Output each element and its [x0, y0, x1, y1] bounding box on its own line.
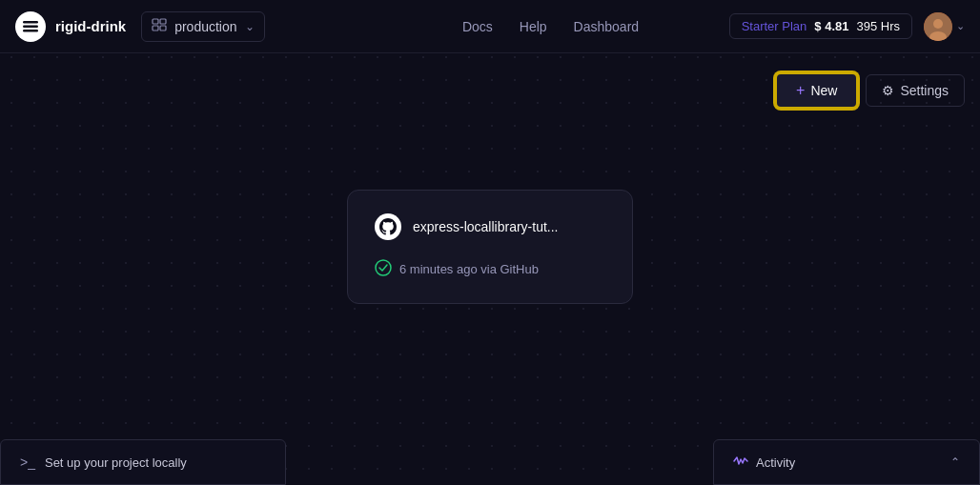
activity-panel[interactable]: Activity ⌃ [713, 439, 980, 485]
plan-price: $ 4.81 [814, 19, 848, 33]
header-right: Starter Plan $ 4.81 395 Hrs ⌄ [729, 12, 965, 41]
avatar-chevron-icon: ⌄ [956, 20, 965, 32]
logo-text: rigid-drink [55, 18, 126, 34]
plus-icon: + [796, 82, 805, 99]
avatar-container[interactable]: ⌄ [924, 12, 965, 41]
svg-rect-6 [160, 26, 166, 30]
svg-rect-0 [23, 21, 38, 24]
activity-left: Activity [733, 455, 795, 471]
github-icon [375, 213, 401, 240]
toolbar: + New ⚙ Settings [775, 72, 965, 109]
setup-label: Set up your project locally [45, 455, 187, 470]
logo-icon [15, 11, 46, 42]
header: rigid-drink production ⌄ Docs Help Dashb… [0, 0, 980, 53]
plan-hours: 395 Hrs [856, 19, 900, 33]
bottom-bar: >_ Set up your project locally Activity … [0, 439, 980, 485]
terminal-icon: >_ [20, 455, 35, 470]
project-card[interactable]: express-locallibrary-tut... 6 minutes ag… [347, 190, 633, 304]
avatar [924, 12, 952, 41]
project-card-status: 6 minutes ago via GitHub [375, 259, 605, 280]
svg-rect-5 [153, 26, 158, 30]
svg-rect-4 [160, 19, 166, 24]
status-text: 6 minutes ago via GitHub [399, 262, 539, 276]
logo-container[interactable]: rigid-drink [15, 11, 126, 42]
status-check-icon [375, 259, 392, 280]
activity-icon [733, 455, 748, 471]
settings-label: Settings [900, 83, 949, 98]
main-content: + New ⚙ Settings express-locallibrary-tu… [0, 53, 980, 439]
project-card-header: express-locallibrary-tut... [375, 213, 605, 240]
nav-help[interactable]: Help [520, 19, 547, 34]
gear-icon: ⚙ [882, 83, 894, 98]
new-button[interactable]: + New [775, 72, 858, 109]
setup-panel[interactable]: >_ Set up your project locally [0, 439, 286, 485]
new-label: New [810, 83, 837, 98]
svg-point-8 [933, 19, 943, 29]
activity-label: Activity [756, 455, 795, 470]
project-name: production [174, 19, 236, 34]
plan-label: Starter Plan [742, 19, 807, 33]
project-selector[interactable]: production ⌄ [141, 11, 264, 42]
nav-dashboard[interactable]: Dashboard [574, 19, 640, 34]
svg-point-10 [376, 260, 391, 275]
header-left: rigid-drink production ⌄ [15, 11, 372, 42]
project-icon [152, 17, 167, 36]
plan-badge[interactable]: Starter Plan $ 4.81 395 Hrs [729, 13, 912, 39]
chevron-up-icon: ⌃ [950, 455, 960, 469]
chevron-down-icon: ⌄ [245, 20, 255, 33]
nav-docs[interactable]: Docs [462, 19, 493, 34]
project-card-name: express-locallibrary-tut... [413, 219, 559, 234]
svg-rect-1 [23, 25, 38, 28]
header-nav: Docs Help Dashboard [372, 19, 728, 34]
settings-button[interactable]: ⚙ Settings [866, 74, 965, 107]
svg-rect-2 [23, 30, 38, 32]
svg-rect-3 [153, 19, 158, 24]
